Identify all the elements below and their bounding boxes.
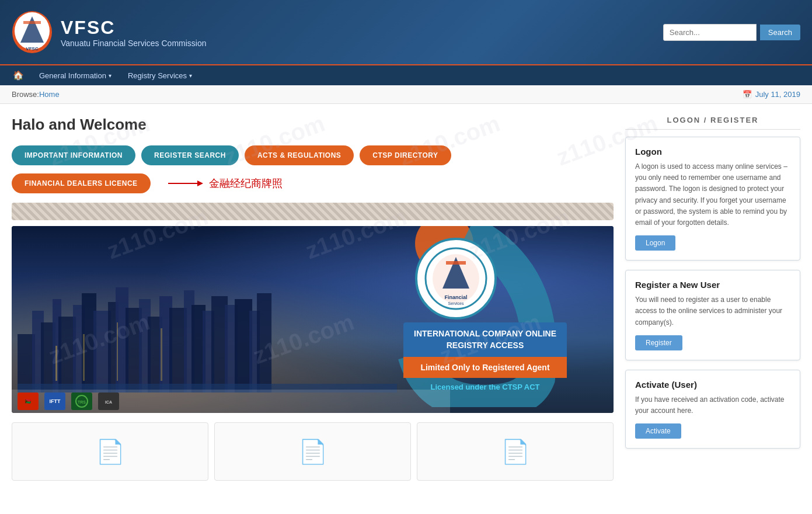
svg-text:TRS: TRS — [78, 400, 86, 404]
header-search-area: Search — [651, 0, 812, 64]
svg-rect-38 — [446, 261, 466, 265]
content-area: Halo and Welcome IMPORTANT INFORMATION R… — [12, 116, 614, 481]
logo4-svg: ICA — [100, 395, 117, 408]
nav-general-information[interactable]: General Information ▾ — [31, 67, 120, 85]
sidebar-register-card: Register a New User You will need to reg… — [625, 270, 800, 360]
nav-registry-chevron: ▾ — [189, 72, 192, 79]
trustees-logo: TRS — [73, 395, 90, 408]
arrow-label-text: 金融经纪商牌照 — [209, 176, 283, 190]
main-buttons-row: IMPORTANT INFORMATION REGISTER SEARCH AC… — [12, 145, 614, 165]
sidebar-activate-card: Activate (User) If you have received an … — [625, 370, 800, 449]
pdf-icon-1: 📄 — [96, 438, 125, 466]
sidebar-register-title: Register a New User — [635, 280, 790, 290]
bottom-card-3: 📄 — [417, 422, 614, 481]
logo-badge-1: 🇻🇺 — [18, 393, 39, 410]
register-search-button[interactable]: REGISTER SEARCH — [141, 145, 239, 165]
nav-general-chevron: ▾ — [109, 72, 111, 79]
nav-registry-label: Registry Services — [128, 71, 187, 80]
dealers-row: FINANCIAL DEALERS LICENCE 金融经纪商牌照 — [12, 173, 614, 193]
site-name: VFSC — [61, 17, 207, 39]
bottom-card-2: 📄 — [214, 422, 411, 481]
hero-image: Financial Services INTERNATIONAL COMPANY… — [12, 226, 614, 413]
ctsp-directory-button[interactable]: CTSP DIRECTORY — [360, 145, 451, 165]
svg-rect-32 — [83, 334, 85, 381]
svg-text:VFSC: VFSC — [26, 46, 39, 51]
hero-logo-circle: Financial Services — [415, 238, 497, 319]
hero-title: INTERNATIONAL COMPANY ONLINE REGISTRY AC… — [403, 322, 567, 357]
sidebar-logon-title: Logon — [635, 147, 790, 157]
financial-dealers-button[interactable]: FINANCIAL DEALERS LICENCE — [12, 173, 151, 193]
arrow-label: 金融经纪商牌照 — [168, 176, 283, 190]
svg-text:ICA: ICA — [105, 400, 112, 404]
register-button[interactable]: Register — [635, 335, 682, 350]
main-layout: z110.com z110.com z110.com z110.com z110… — [0, 104, 812, 492]
page-title: Halo and Welcome — [12, 116, 614, 134]
sidebar-logon-card: Logon A logon is used to access many onl… — [625, 137, 800, 261]
sidebar-activate-description: If you have received an activation code,… — [635, 394, 790, 416]
hero-subtitle: Limited Only to Registered Agent — [403, 357, 567, 378]
site-fullname: Vanuatu Financial Services Commission — [61, 39, 207, 48]
hero-logo-svg: Financial Services — [424, 246, 488, 311]
header: VFSC VFSC Vanuatu Financial Services Com… — [0, 0, 812, 64]
calendar-icon: 📅 — [743, 90, 752, 99]
logo-area: VFSC VFSC Vanuatu Financial Services Com… — [0, 0, 218, 64]
logo-badge-iftt: IFTT — [44, 393, 65, 410]
activate-button[interactable]: Activate — [635, 423, 681, 439]
vfsc-logo: VFSC — [12, 11, 53, 54]
pdf-icon-3: 📄 — [501, 438, 530, 466]
svg-rect-31 — [55, 346, 57, 381]
logos-bar: 🇻🇺 IFTT TRS ICA — [12, 390, 450, 413]
breadcrumb-home-link[interactable]: Home — [39, 90, 60, 99]
svg-text:Services: Services — [448, 301, 464, 305]
date-display: 📅 July 11, 2019 — [743, 90, 800, 99]
sidebar-logon-description: A logon is used to access many online se… — [635, 161, 790, 228]
svg-rect-34 — [161, 328, 162, 381]
decorative-border — [12, 203, 614, 220]
logo-text: VFSC Vanuatu Financial Services Commissi… — [61, 17, 207, 48]
logo-badge-trustees: TRS — [71, 393, 92, 410]
hero-title-line1: INTERNATIONAL COMPANY ONLINE — [414, 329, 556, 338]
important-information-button[interactable]: IMPORTANT INFORMATION — [12, 145, 135, 165]
sidebar-section-title: LOGON / REGISTER — [625, 116, 800, 130]
bottom-cards-row: 📄 📄 📄 — [12, 422, 614, 481]
search-input[interactable] — [663, 24, 757, 41]
breadcrumb-bar: Browse:Home 📅 July 11, 2019 — [0, 85, 812, 104]
pdf-icon-2: 📄 — [298, 438, 327, 466]
acts-regulations-button[interactable]: ACTS & REGULATIONS — [245, 145, 354, 165]
search-button[interactable]: Search — [760, 25, 800, 40]
arrow-icon — [168, 178, 203, 189]
svg-marker-6 — [197, 180, 203, 186]
svg-rect-3 — [23, 21, 41, 24]
navbar: 🏠 General Information ▾ Registry Service… — [0, 64, 812, 85]
svg-rect-29 — [257, 293, 271, 393]
logon-button[interactable]: Logon — [635, 235, 675, 251]
date-value: July 11, 2019 — [755, 90, 800, 99]
nav-registry-services[interactable]: Registry Services ▾ — [120, 67, 200, 85]
sidebar-register-description: You will need to register as a user to e… — [635, 294, 790, 328]
breadcrumb: Browse:Home — [12, 90, 60, 99]
breadcrumb-browse: Browse: — [12, 90, 39, 99]
sidebar: LOGON / REGISTER Logon A logon is used t… — [625, 116, 800, 481]
hero-title-line2: REGISTRY ACCESS — [447, 341, 524, 350]
nav-general-label: General Information — [39, 71, 106, 80]
logo-badge-4: ICA — [98, 393, 119, 410]
svg-text:Financial: Financial — [444, 294, 467, 300]
city-buildings-svg — [12, 276, 403, 393]
nav-home-icon[interactable]: 🏠 — [6, 65, 31, 85]
sidebar-activate-title: Activate (User) — [635, 380, 790, 390]
hero-text-box: INTERNATIONAL COMPANY ONLINE REGISTRY AC… — [403, 322, 567, 396]
svg-rect-33 — [117, 322, 118, 381]
bottom-card-1: 📄 — [12, 422, 208, 481]
